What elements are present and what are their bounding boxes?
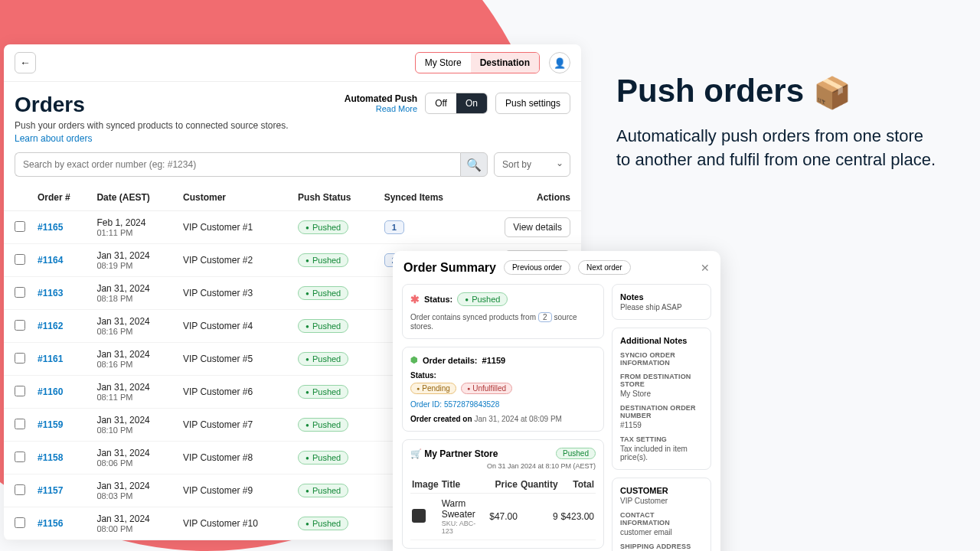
store-tabs: My Store Destination (415, 52, 540, 73)
details-card: ⬢Order details: #1159 Status: Pending Un… (402, 347, 604, 432)
customer-name: VIP Customer #9 (177, 474, 292, 507)
push-status-badge: Pushed (298, 418, 348, 432)
order-link[interactable]: #1156 (38, 518, 63, 529)
order-link[interactable]: #1157 (38, 485, 63, 496)
order-link[interactable]: #1164 (38, 255, 63, 266)
col-date: Date (AEST) (90, 184, 177, 211)
package-icon: 📦 (813, 76, 851, 109)
user-menu-button[interactable]: 👤 (549, 52, 570, 73)
tab-my-store[interactable]: My Store (416, 53, 471, 73)
col-synced: Synced Items (378, 184, 472, 211)
search-button[interactable]: 🔍 (460, 152, 488, 177)
back-button[interactable]: ← (15, 52, 36, 73)
order-link[interactable]: #1163 (38, 288, 63, 298)
push-status-badge: Pushed (298, 286, 348, 300)
push-status-badge: Pushed (298, 517, 348, 530)
customer-name: VIP Customer #10 (177, 507, 292, 540)
order-link[interactable]: #1160 (38, 386, 63, 397)
order-link[interactable]: #1161 (38, 354, 63, 364)
notes-card: Notes Please ship ASAP (612, 284, 711, 320)
toggle-on[interactable]: On (456, 93, 487, 113)
customer-name: VIP Customer #8 (177, 442, 292, 474)
read-more-link[interactable]: Read More (376, 104, 417, 113)
marketing-desc: Automatically push orders from one store… (616, 125, 938, 172)
row-checkbox[interactable] (15, 254, 25, 265)
page-subtitle: Push your orders with synced products to… (15, 120, 289, 131)
cart-icon: 🛒 (410, 448, 422, 459)
search-input[interactable] (15, 152, 460, 177)
push-status-badge: Pushed (298, 220, 348, 234)
push-settings-button[interactable]: Push settings (495, 93, 570, 114)
row-checkbox[interactable] (15, 353, 25, 364)
status-card: ✱Status: Pushed Order contains synced pr… (402, 284, 604, 339)
customer-name: VIP Customer #7 (177, 409, 292, 442)
customer-name: VIP Customer #1 (177, 211, 292, 244)
order-id-link[interactable]: Order ID: 5572879843528 (410, 400, 596, 409)
partner-pushed-badge: Pushed (556, 448, 596, 459)
col-customer: Customer (177, 184, 292, 211)
push-status-badge: Pushed (298, 451, 348, 465)
additional-notes-card: Additional Notes SYNCIO ORDER INFORMATIO… (612, 328, 711, 470)
sort-select[interactable]: Sort by (494, 152, 570, 177)
customer-name: VIP Customer #3 (177, 277, 292, 310)
col-actions: Actions (472, 184, 581, 211)
customer-name: VIP Customer #5 (177, 343, 292, 376)
table-row: #1165Feb 1, 202401:11 PMVIP Customer #1P… (4, 211, 581, 244)
row-checkbox[interactable] (15, 484, 25, 495)
row-checkbox[interactable] (15, 517, 25, 528)
push-status-badge: Pushed (298, 352, 348, 366)
view-details-button[interactable]: View details (505, 217, 570, 237)
order-link[interactable]: #1158 (38, 452, 63, 463)
customer-name: VIP Customer #2 (177, 244, 292, 277)
page-title: Orders (15, 93, 289, 117)
sync-icon: ✱ (410, 293, 420, 305)
automated-toggle: Off On (425, 93, 488, 114)
push-status-badge: Pushed (298, 385, 348, 399)
toggle-off[interactable]: Off (426, 93, 456, 113)
customer-name: VIP Customer #6 (177, 376, 292, 409)
shopify-icon: ⬢ (410, 355, 418, 365)
order-link[interactable]: #1162 (38, 321, 63, 331)
col-order: Order # (31, 184, 90, 211)
row-checkbox[interactable] (15, 320, 25, 331)
order-link[interactable]: #1159 (38, 419, 63, 430)
push-status-badge: Pushed (298, 484, 348, 497)
customer-card: CUSTOMER VIP Customer CONTACT INFORMATIO… (612, 478, 711, 551)
learn-link[interactable]: Learn about orders (15, 133, 92, 144)
push-status-badge: Pushed (298, 253, 348, 267)
line-item: Warm SweaterSKU: ABC-123 $47.00 9 $423.0… (410, 494, 596, 540)
search-icon: 🔍 (466, 158, 482, 172)
tab-destination[interactable]: Destination (471, 53, 539, 73)
prev-order-button[interactable]: Previous order (504, 260, 570, 275)
marketing-title: Push orders 📦 (616, 73, 938, 111)
customer-name: VIP Customer #4 (177, 310, 292, 343)
row-checkbox[interactable] (15, 452, 25, 462)
pending-badge: Pending (410, 383, 456, 394)
row-checkbox[interactable] (15, 221, 25, 232)
summary-title: Order Summary (403, 261, 496, 275)
col-status: Push Status (292, 184, 378, 211)
synced-count: 1 (384, 220, 404, 234)
automated-push-label: Automated Push (345, 93, 417, 104)
user-icon: 👤 (554, 57, 566, 69)
row-checkbox[interactable] (15, 386, 25, 396)
row-checkbox[interactable] (15, 419, 25, 429)
topbar: ← My Store Destination 👤 (4, 44, 581, 82)
row-checkbox[interactable] (15, 287, 25, 298)
product-image (412, 509, 426, 523)
close-icon[interactable]: ✕ (701, 262, 710, 274)
status-badge: Pushed (457, 292, 508, 306)
order-link[interactable]: #1165 (38, 222, 63, 233)
push-status-badge: Pushed (298, 319, 348, 333)
order-summary-panel: Order Summary Previous order Next order … (393, 251, 720, 551)
next-order-button[interactable]: Next order (578, 260, 631, 275)
unfulfilled-badge: Unfulfilled (461, 383, 512, 394)
partner-card: 🛒 My Partner Store Pushed On 31 Jan 2024… (402, 439, 604, 549)
